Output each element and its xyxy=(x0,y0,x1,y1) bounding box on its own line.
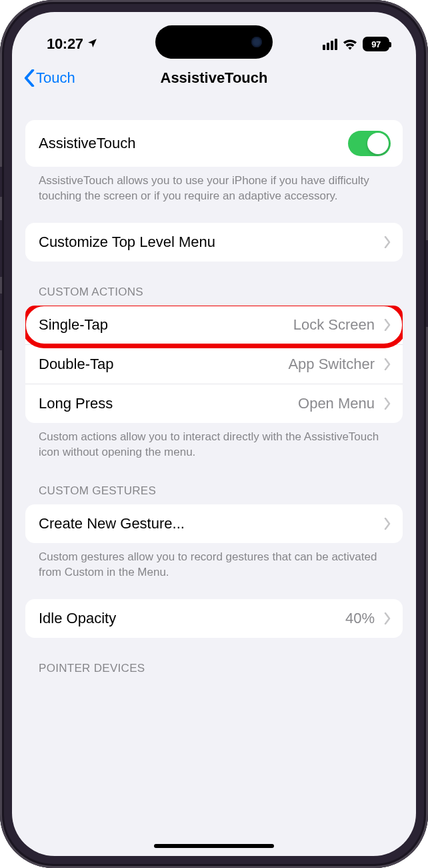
long-press-row[interactable]: Long Press Open Menu xyxy=(25,384,403,423)
chevron-right-icon xyxy=(384,319,391,331)
custom-actions-footer: Custom actions allow you to interact dir… xyxy=(25,423,403,460)
double-tap-label: Double-Tap xyxy=(39,356,114,373)
screen: 10:27 97 Touch AssistiveTouch xyxy=(12,12,416,856)
assistivetouch-section: AssistiveTouch AssistiveTouch allows you… xyxy=(25,120,403,204)
idle-opacity-value: 40% xyxy=(345,610,377,627)
custom-actions-header: CUSTOM ACTIONS xyxy=(25,286,403,306)
custom-gestures-header: CUSTOM GESTURES xyxy=(25,484,403,504)
chevron-right-icon xyxy=(384,236,391,248)
custom-actions-section: CUSTOM ACTIONS Single-Tap Lock Screen Do… xyxy=(25,286,403,460)
double-tap-value: App Switcher xyxy=(288,356,377,373)
long-press-value: Open Menu xyxy=(298,395,377,412)
double-tap-row[interactable]: Double-Tap App Switcher xyxy=(25,344,403,384)
idle-opacity-label: Idle Opacity xyxy=(39,610,116,627)
chevron-right-icon xyxy=(384,398,391,410)
customize-top-level-menu-row[interactable]: Customize Top Level Menu xyxy=(25,223,403,262)
home-indicator[interactable] xyxy=(154,844,274,848)
back-label: Touch xyxy=(36,69,75,87)
custom-gestures-footer: Custom gestures allow you to record gest… xyxy=(25,543,403,580)
front-camera xyxy=(251,37,262,47)
battery-icon: 97 xyxy=(363,37,389,51)
cellular-signal-icon xyxy=(323,39,337,50)
chevron-right-icon xyxy=(384,358,391,370)
assistivetouch-toggle-row[interactable]: AssistiveTouch xyxy=(25,120,403,167)
chevron-right-icon xyxy=(384,612,391,624)
volume-up-button xyxy=(0,220,2,277)
dynamic-island xyxy=(155,25,273,59)
single-tap-label: Single-Tap xyxy=(39,316,108,334)
create-gesture-label: Create New Gesture... xyxy=(39,515,185,532)
status-time: 10:27 xyxy=(47,35,83,53)
customize-menu-section: Customize Top Level Menu xyxy=(25,223,403,262)
idle-opacity-row[interactable]: Idle Opacity 40% xyxy=(25,599,403,638)
pointer-devices-section: POINTER DEVICES xyxy=(25,662,403,682)
settings-content: AssistiveTouch AssistiveTouch allows you… xyxy=(12,120,416,682)
location-icon xyxy=(87,35,98,53)
customize-menu-label: Customize Top Level Menu xyxy=(39,234,215,251)
navigation-bar: Touch AssistiveTouch xyxy=(12,60,416,97)
wifi-icon xyxy=(343,39,357,50)
chevron-right-icon xyxy=(384,518,391,530)
custom-gestures-section: CUSTOM GESTURES Create New Gesture... Cu… xyxy=(25,484,403,580)
assistivetouch-footer: AssistiveTouch allows you to use your iP… xyxy=(25,167,403,204)
back-button[interactable]: Touch xyxy=(24,69,75,87)
single-tap-row[interactable]: Single-Tap Lock Screen xyxy=(25,306,403,344)
volume-down-button xyxy=(0,294,2,350)
pointer-devices-header: POINTER DEVICES xyxy=(25,662,403,682)
assistivetouch-toggle[interactable] xyxy=(348,131,391,156)
chevron-left-icon xyxy=(24,69,35,87)
create-new-gesture-row[interactable]: Create New Gesture... xyxy=(25,504,403,543)
assistivetouch-label: AssistiveTouch xyxy=(39,135,136,152)
single-tap-value: Lock Screen xyxy=(293,316,377,334)
phone-frame: 10:27 97 Touch AssistiveTouch xyxy=(0,0,428,868)
mute-switch xyxy=(0,167,2,197)
idle-opacity-section: Idle Opacity 40% xyxy=(25,599,403,638)
long-press-label: Long Press xyxy=(39,395,113,412)
